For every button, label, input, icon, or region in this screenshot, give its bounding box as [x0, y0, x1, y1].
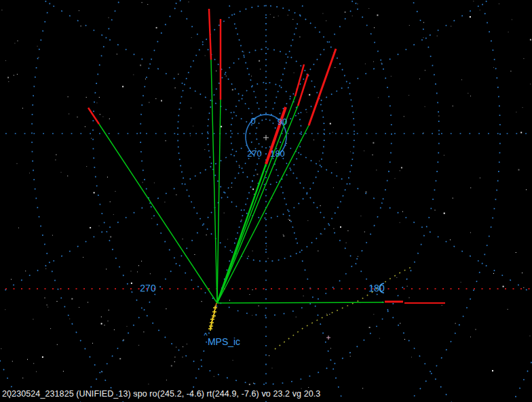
status-text: 20230524_231825 (UNIFIED_13) spo ro(245.… — [2, 389, 320, 399]
trail-plus-marker — [210, 321, 214, 325]
status-bar: 20230524_231825 (UNIFIED_13) spo ro(245.… — [0, 386, 532, 402]
app-window: 090270180270180^MPS_ic 20230524_231825 (… — [0, 0, 532, 402]
observed-segment-line — [209, 9, 211, 60]
unified-trajectory-line — [217, 100, 221, 303]
trail-plus-marker — [208, 327, 212, 331]
unified-trajectory-line — [217, 125, 309, 303]
meteor-track-2[interactable] — [209, 9, 217, 303]
observed-segment-line — [88, 108, 99, 124]
meteor-track-8[interactable] — [217, 302, 445, 303]
meteor-track-6[interactable] — [217, 74, 308, 303]
unified-trajectory-line — [217, 302, 384, 303]
unified-trajectory-line — [99, 124, 217, 303]
radiant-center-cross — [263, 135, 269, 140]
meteor-tracks — [88, 9, 445, 303]
meteor-track-3[interactable] — [217, 19, 221, 303]
meteor-track-7[interactable] — [217, 49, 336, 303]
meteor-track-4[interactable] — [217, 107, 286, 303]
sky-map-canvas[interactable] — [0, 0, 532, 402]
graticule-radial-lines — [0, 0, 532, 402]
meteor-track-5[interactable] — [217, 64, 304, 303]
unified-trajectory-line — [217, 96, 295, 303]
ecliptic-line — [275, 266, 413, 349]
star-field — [1, 1, 531, 398]
trail-plus-marker — [209, 324, 213, 328]
observed-segment-line — [266, 107, 286, 164]
faint-cross-marker — [326, 336, 330, 340]
meteor-track-1[interactable] — [88, 108, 217, 303]
observed-segment-line — [309, 49, 336, 125]
unified-trajectory-line — [211, 60, 217, 303]
station-trail — [208, 303, 217, 331]
trail-plus-marker — [212, 310, 216, 314]
